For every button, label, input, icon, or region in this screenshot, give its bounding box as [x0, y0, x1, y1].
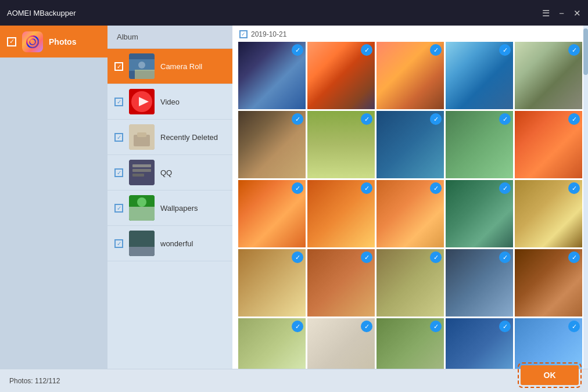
photo-cell-13[interactable]: ✓ [377, 180, 444, 247]
title-bar: AOMEI MBackupper ☰ − ✕ [0, 0, 588, 26]
svg-rect-21 [129, 231, 155, 247]
photo-cell-18[interactable]: ✓ [377, 249, 444, 317]
photo-cell-5[interactable]: ✓ [515, 42, 582, 109]
photo-check-12: ✓ [361, 182, 372, 194]
photo-cell-6[interactable]: ✓ [238, 111, 306, 178]
main-window: ✓ [0, 26, 588, 392]
photo-check-10: ✓ [568, 113, 580, 125]
title-bar-controls: ☰ − ✕ [542, 9, 581, 17]
album-item-wonderful[interactable]: ✓ wonderful [107, 226, 232, 261]
photo-check-25: ✓ [568, 321, 580, 332]
album-item-camera-roll[interactable]: ✓ Camera Roll [107, 49, 232, 84]
close-button[interactable]: ✕ [573, 9, 581, 17]
ok-button[interactable]: OK [521, 365, 579, 385]
photo-cell-9[interactable]: ✓ [446, 111, 513, 178]
photo-cell-1[interactable]: ✓ [238, 42, 306, 109]
photo-cell-20[interactable]: ✓ [515, 249, 582, 317]
svg-rect-17 [129, 207, 155, 221]
photo-cell-15[interactable]: ✓ [515, 180, 582, 247]
album-thumb-wallpapers [129, 195, 155, 221]
photo-cell-12[interactable]: ✓ [307, 180, 375, 247]
photo-check-2: ✓ [361, 44, 372, 56]
svg-point-1 [30, 39, 35, 45]
photo-check-18: ✓ [430, 251, 442, 263]
svg-point-5 [138, 62, 145, 69]
app-title: AOMEI MBackupper [7, 9, 76, 17]
title-bar-left: AOMEI MBackupper [7, 9, 76, 17]
photo-cell-7[interactable]: ✓ [307, 111, 375, 178]
album-thumb-recently-deleted [129, 124, 155, 150]
album-name-recently-deleted: Recently Deleted [160, 133, 218, 142]
photo-check-22: ✓ [361, 321, 372, 332]
photo-check-1: ✓ [292, 44, 303, 56]
album-checkbox-recently-deleted[interactable]: ✓ [114, 133, 123, 142]
album-thumb-qq [129, 160, 155, 185]
album-name-qq: QQ [160, 168, 172, 177]
photo-cell-8[interactable]: ✓ [377, 111, 444, 178]
photo-cell-19[interactable]: ✓ [446, 249, 513, 317]
photo-check-9: ✓ [499, 113, 511, 125]
photo-cell-16[interactable]: ✓ [238, 249, 306, 317]
photo-cell-4[interactable]: ✓ [446, 42, 513, 109]
album-thumb-camera-roll [129, 53, 155, 79]
svg-rect-13 [132, 164, 151, 167]
album-item-qq[interactable]: ✓ QQ [107, 155, 232, 190]
photos-header[interactable]: ✓ [0, 26, 107, 57]
photo-check-14: ✓ [499, 182, 511, 194]
menu-icon[interactable]: ☰ [542, 9, 550, 17]
photos-count: Photos: 112/112 [9, 377, 60, 385]
album-checkbox-wonderful[interactable]: ✓ [114, 239, 123, 248]
album-name-wallpapers: Wallpapers [160, 204, 198, 213]
photo-cell-3[interactable]: ✓ [377, 42, 444, 109]
album-name-camera-roll: Camera Roll [160, 62, 202, 71]
photo-check-4: ✓ [499, 44, 511, 56]
photo-cell-23[interactable]: ✓ [377, 318, 444, 369]
photo-check-23: ✓ [430, 321, 442, 332]
photo-check-19: ✓ [499, 251, 511, 263]
album-checkbox-video[interactable]: ✓ [114, 98, 123, 106]
album-thumb-wonderful [129, 231, 155, 256]
photo-check-24: ✓ [499, 321, 511, 332]
album-item-video[interactable]: ✓ Video [107, 84, 232, 120]
album-item-wallpapers[interactable]: ✓ Wallpapers [107, 190, 232, 226]
minimize-button[interactable]: − [559, 9, 564, 17]
photo-cell-22[interactable]: ✓ [307, 318, 375, 369]
ok-button-container: OK [521, 365, 579, 385]
photo-cell-14[interactable]: ✓ [446, 180, 513, 247]
photo-check-6: ✓ [292, 113, 303, 125]
album-checkbox-qq[interactable]: ✓ [114, 168, 123, 177]
album-header: Album [107, 26, 232, 49]
photo-cell-24[interactable]: ✓ [446, 318, 513, 369]
scrollbar-track [583, 26, 588, 369]
photo-check-8: ✓ [430, 113, 442, 125]
photo-grid: ✓ ✓ ✓ ✓ ✓ [238, 42, 582, 369]
svg-point-0 [27, 36, 38, 48]
photo-cell-11[interactable]: ✓ [238, 180, 306, 247]
photo-cell-10[interactable]: ✓ [515, 111, 582, 178]
date-section: ✓ 2019-10-21 ✓ ✓ ✓ [232, 26, 588, 369]
album-header-text: Album [117, 33, 138, 41]
album-name-wonderful: wonderful [160, 239, 193, 248]
album-panel: Album ✓ Camera Roll ✓ [107, 26, 232, 369]
sidebar-left: ✓ [0, 26, 107, 369]
album-item-recently-deleted[interactable]: ✓ Recently Deleted [107, 120, 232, 155]
album-checkbox-wallpapers[interactable]: ✓ [114, 204, 123, 213]
album-checkbox-camera-roll[interactable]: ✓ [114, 62, 123, 71]
photos-checkbox[interactable]: ✓ [7, 37, 16, 46]
photo-check-13: ✓ [430, 182, 442, 194]
photo-check-3: ✓ [430, 44, 442, 56]
photo-cell-2[interactable]: ✓ [307, 42, 375, 109]
photo-check-20: ✓ [568, 251, 580, 263]
photo-check-11: ✓ [292, 182, 303, 194]
date-checkbox[interactable]: ✓ [239, 30, 248, 38]
photo-check-7: ✓ [361, 113, 372, 125]
date-text: 2019-10-21 [251, 30, 286, 38]
photo-cell-17[interactable]: ✓ [307, 249, 375, 317]
scrollbar-thumb[interactable] [583, 28, 588, 75]
photo-check-15: ✓ [568, 182, 580, 194]
photo-grid-area: ✓ 2019-10-21 ✓ ✓ ✓ [232, 26, 588, 369]
photo-cell-25[interactable]: ✓ [515, 318, 582, 369]
photo-cell-21[interactable]: ✓ [238, 318, 306, 369]
photos-label: Photos [49, 37, 76, 46]
svg-rect-12 [129, 160, 155, 185]
